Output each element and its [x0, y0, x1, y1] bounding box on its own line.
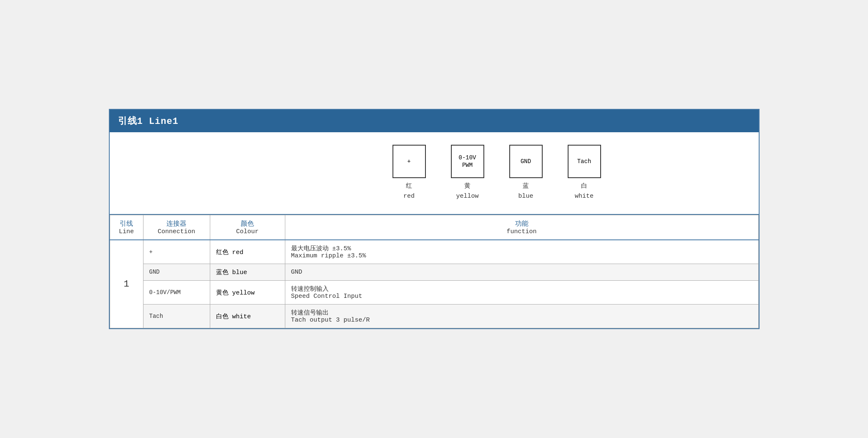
connector-label-pwm: 黄 yellow — [456, 181, 478, 201]
connector-tach: Tach 白 white — [568, 145, 601, 201]
connector-label-tach: 白 white — [575, 181, 594, 201]
colour-value: 红色 red — [216, 249, 244, 256]
connection-label: + — [149, 249, 153, 255]
connector-box-tach: Tach — [568, 145, 601, 178]
colour-cell: 白色 white — [210, 305, 285, 328]
colour-cell: 蓝色 blue — [210, 264, 285, 281]
label-cn: 黄 — [464, 183, 470, 190]
main-container: 引线1 Line1 + 红 red 0-10VPWM 黄 yellow GND — [109, 109, 760, 329]
function-cell: 转速控制输入 Speed Control Input — [285, 281, 758, 305]
diagram-section: + 红 red 0-10VPWM 黄 yellow GND 蓝 blue — [110, 132, 759, 215]
func-header-cn: 功能 — [291, 219, 752, 228]
connector-label-gnd: 蓝 blue — [518, 181, 533, 201]
line-header-cn: 引线 — [116, 219, 137, 228]
function-cell: GND — [285, 264, 758, 281]
main-table: 引线 Line 连接器 Connection 颜色 Colour 功能 func… — [110, 215, 759, 328]
colour-value: 黄色 yellow — [216, 289, 255, 297]
connection-cell: GND — [143, 264, 210, 281]
connection-cell: + — [143, 240, 210, 264]
func-en: Maximum ripple ±3.5% — [291, 252, 752, 259]
func-en: Speed Control Input — [291, 293, 752, 300]
connection-cell: Tach — [143, 305, 210, 328]
page-header: 引线1 Line1 — [110, 110, 759, 132]
label-en: red — [403, 193, 415, 200]
connector-box-pwm: 0-10VPWM — [451, 145, 484, 178]
connector-label-plus: 红 red — [403, 181, 415, 201]
connector-gnd: GND 蓝 blue — [509, 145, 543, 201]
table-header-row: 引线 Line 连接器 Connection 颜色 Colour 功能 func… — [110, 215, 758, 240]
colour-value: 白色 white — [216, 313, 251, 320]
colour-value: 蓝色 blue — [216, 269, 247, 276]
label-en: yellow — [456, 193, 478, 200]
connection-label: GND — [149, 269, 160, 275]
label-cn: 蓝 — [523, 183, 529, 190]
connector-pwm: 0-10VPWM 黄 yellow — [451, 145, 484, 201]
connector-diagram: + 红 red 0-10VPWM 黄 yellow GND 蓝 blue — [392, 145, 601, 201]
func-cn: 转速信号输出 — [291, 309, 752, 317]
col-header-colour: 颜色 Colour — [210, 215, 285, 240]
func-cn: GND — [291, 269, 752, 276]
colour-header-cn: 颜色 — [216, 219, 279, 228]
connection-label: Tach — [149, 313, 164, 320]
table-row: GND 蓝色 blue GND — [110, 264, 758, 281]
connection-cell: 0-10V/PWM — [143, 281, 210, 305]
table-section: 引线 Line 连接器 Connection 颜色 Colour 功能 func… — [110, 215, 759, 328]
colour-cell: 黄色 yellow — [210, 281, 285, 305]
col-header-conn: 连接器 Connection — [143, 215, 210, 240]
label-cn: 红 — [406, 183, 412, 190]
table-row: Tach 白色 white 转速信号输出 Tach output 3 pulse… — [110, 305, 758, 328]
line-number: 1 — [123, 279, 129, 289]
table-row: 0-10V/PWM 黄色 yellow 转速控制输入 Speed Control… — [110, 281, 758, 305]
label-en: white — [575, 193, 594, 200]
func-header-en: function — [291, 228, 752, 235]
conn-header-en: Connection — [149, 228, 204, 235]
label-cn: 白 — [581, 183, 587, 190]
connection-label: 0-10V/PWM — [149, 289, 181, 296]
func-cn: 最大电压波动 ±3.5% — [291, 244, 752, 252]
table-row: 1 + 红色 red 最大电压波动 ±3.5% Maximum ripple ±… — [110, 240, 758, 264]
function-cell: 最大电压波动 ±3.5% Maximum ripple ±3.5% — [285, 240, 758, 264]
connector-box-gnd: GND — [509, 145, 543, 178]
function-cell: 转速信号输出 Tach output 3 pulse/R — [285, 305, 758, 328]
col-header-line: 引线 Line — [110, 215, 143, 240]
header-title: 引线1 Line1 — [118, 116, 179, 127]
conn-header-cn: 连接器 — [149, 219, 204, 228]
connector-plus: + 红 red — [392, 145, 426, 201]
line-header-en: Line — [116, 228, 137, 235]
col-header-func: 功能 function — [285, 215, 758, 240]
colour-cell: 红色 red — [210, 240, 285, 264]
func-en: Tach output 3 pulse/R — [291, 317, 752, 324]
label-en: blue — [518, 193, 533, 200]
connector-box-plus: + — [392, 145, 426, 178]
func-cn: 转速控制输入 — [291, 285, 752, 293]
colour-header-en: Colour — [216, 228, 279, 235]
line-number-cell: 1 — [110, 240, 143, 328]
